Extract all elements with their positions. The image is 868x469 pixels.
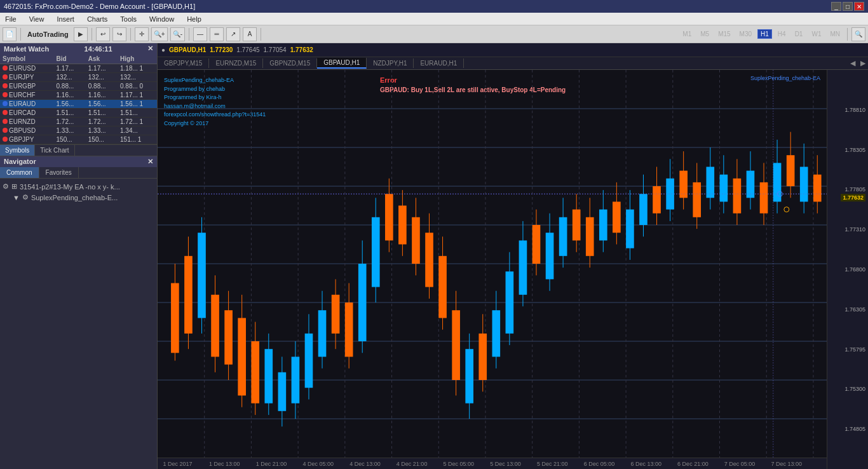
- tab-symbols[interactable]: Symbols: [0, 145, 35, 156]
- autotrading-icon[interactable]: ▶: [74, 27, 88, 41]
- market-row-gbpusd[interactable]: GBPUSD 1.33... 1.33... 1.34...: [0, 126, 157, 135]
- mw-symbol: EURCAD: [0, 109, 54, 118]
- gear-icon-1: ⚙: [3, 182, 9, 191]
- mw-symbol: GBPJPY: [0, 135, 54, 144]
- price-label-3: 1.77805: [844, 186, 865, 193]
- tab-common[interactable]: Common: [0, 167, 39, 178]
- search-btn[interactable]: 🔍: [851, 27, 865, 41]
- hline-btn[interactable]: ═: [210, 27, 224, 41]
- main-layout: Market Watch 14:46:11 ✕ Symbol Bid Ask H…: [0, 43, 868, 469]
- mw-ask: 1.56...: [86, 100, 118, 109]
- tb-btn-2[interactable]: ↪: [112, 27, 126, 41]
- time-label-7: 5 Dec 05:00: [444, 461, 475, 467]
- tf-mn[interactable]: MN: [827, 29, 843, 39]
- market-row-eurusd[interactable]: EURUSD 1.17... 1.17... 1.18... 1: [0, 64, 157, 73]
- zoom-out-btn[interactable]: 🔍-: [170, 27, 185, 41]
- menu-insert[interactable]: Insert: [54, 15, 77, 24]
- market-row-gbpjpy[interactable]: GBPJPY 150... 150... 151... 1: [0, 135, 157, 144]
- tab-tick-chart[interactable]: Tick Chart: [35, 145, 74, 156]
- new-chart-button[interactable]: 📄: [3, 27, 17, 41]
- mw-bid: 1.17...: [54, 64, 86, 73]
- text-btn[interactable]: A: [243, 27, 257, 41]
- sep3: [130, 28, 131, 41]
- sep1: [20, 28, 21, 41]
- chart-tab-prev[interactable]: ◀: [848, 59, 858, 67]
- market-row-eurnzd[interactable]: EURNZD 1.72... 1.72... 1.72... 1: [0, 118, 157, 126]
- window-title: 4672015: FxPro.com-Demo2 - Demo Account …: [4, 3, 195, 10]
- chart-canvas[interactable]: SuplexPending_chehab-EA Programmed by ch…: [158, 70, 868, 469]
- line-btn[interactable]: —: [193, 27, 207, 41]
- toolbar: 📄 AutoTrading ▶ ↩ ↪ ✛ 🔍+ 🔍- — ═ ↗ A M1 M…: [0, 25, 868, 43]
- mw-high: 1.17... 1: [118, 91, 157, 100]
- mw-bid: 1.72...: [54, 118, 86, 126]
- crosshair-btn[interactable]: ✛: [135, 27, 149, 41]
- chart-price2: 1.77632: [290, 46, 313, 53]
- mw-high: 1.18... 1: [118, 64, 157, 73]
- mw-high: 0.88... 0: [118, 82, 157, 91]
- mw-symbol: EURGBP: [0, 82, 54, 91]
- symbol-dot: [3, 74, 8, 79]
- mw-symbol: EURCHF: [0, 91, 54, 100]
- chart-tab-euraud-h1[interactable]: EURAUD,H1: [414, 58, 464, 68]
- navigator-close[interactable]: ✕: [147, 158, 153, 166]
- symbol-dot: [3, 65, 8, 71]
- menu-file[interactable]: File: [3, 15, 19, 24]
- mw-bid: 1.33...: [54, 126, 86, 135]
- tf-m5[interactable]: M5: [697, 29, 712, 39]
- market-row-euraud[interactable]: EURAUD 1.56... 1.56... 1.56... 1: [0, 100, 157, 109]
- nav-item-1[interactable]: ⚙ ⊞ 31541-p2#13-My EA -no x y- k...: [3, 181, 154, 192]
- nav-label-2: SuplexPending_chehab-E...: [31, 194, 118, 201]
- tf-h4[interactable]: H4: [775, 29, 789, 39]
- market-row-eurchf[interactable]: EURCHF 1.16... 1.16... 1.17... 1: [0, 91, 157, 100]
- tf-m30[interactable]: M30: [736, 29, 755, 39]
- mw-bid: 0.88...: [54, 82, 86, 91]
- minimize-button[interactable]: _: [831, 2, 841, 11]
- tab-favorites[interactable]: Favorites: [39, 167, 79, 178]
- chart-tab-gbpaud-h1[interactable]: GBPAUD,H1: [317, 58, 367, 69]
- market-watch-table: Symbol Bid Ask High EURUSD 1.17... 1.17.…: [0, 54, 157, 144]
- col-symbol: Symbol: [0, 54, 54, 64]
- title-bar: 4672015: FxPro.com-Demo2 - Demo Account …: [0, 0, 868, 13]
- navigator-content: ⚙ ⊞ 31541-p2#13-My EA -no x y- k... ▼ ⚙ …: [0, 179, 157, 205]
- price-label-6: 1.76305: [844, 306, 865, 313]
- mw-bid: 150...: [54, 135, 86, 144]
- menu-help[interactable]: Help: [184, 15, 204, 24]
- arrow-btn[interactable]: ↗: [226, 27, 240, 41]
- chart-ask: 1.77645: [236, 46, 259, 53]
- tf-m1[interactable]: M1: [679, 29, 695, 39]
- col-bid: Bid: [54, 54, 86, 64]
- chart-tab-gbpnzd-m15[interactable]: GBPNZD,M15: [263, 58, 317, 68]
- zoom-in-btn[interactable]: 🔍+: [151, 27, 168, 41]
- mw-ask: 132...: [86, 73, 118, 82]
- market-row-eurgbp[interactable]: EURGBP 0.88... 0.88... 0.88... 0: [0, 82, 157, 91]
- menu-tools[interactable]: Tools: [118, 15, 139, 24]
- time-label-2: 1 Dec 13:00: [209, 461, 240, 467]
- tf-w1[interactable]: W1: [808, 29, 824, 39]
- tf-m15[interactable]: M15: [715, 29, 733, 39]
- close-button[interactable]: ✕: [854, 2, 864, 11]
- chart-tab-next[interactable]: ▶: [858, 59, 868, 67]
- chart-tab-eurnzd-m15[interactable]: EURNZD,M15: [209, 58, 263, 68]
- tf-d1[interactable]: D1: [792, 29, 806, 39]
- tf-h1[interactable]: H1: [757, 29, 772, 39]
- tb-btn-1[interactable]: ↩: [96, 27, 110, 41]
- menu-window[interactable]: Window: [147, 15, 177, 24]
- price-label-2: 1.78305: [844, 147, 865, 153]
- candles-group-1: [171, 132, 822, 427]
- menu-view[interactable]: View: [27, 15, 47, 24]
- chart-tab-gbpjpy-m15[interactable]: GBPJPY,M15: [158, 58, 209, 68]
- maximize-button[interactable]: □: [843, 2, 853, 11]
- symbol-dot: [3, 101, 8, 106]
- market-row-eurjpy[interactable]: EURJPY 132... 132... 132...: [0, 73, 157, 82]
- mw-ask: 0.88...: [86, 82, 118, 91]
- navigator: Navigator ✕ Common Favorites ⚙ ⊞ 31541-p…: [0, 156, 157, 469]
- mw-bid: 132...: [54, 73, 86, 82]
- chart-tab-nzdjpy-h1[interactable]: NZDJPY,H1: [367, 58, 414, 68]
- menu-charts[interactable]: Charts: [85, 15, 110, 24]
- time-label-11: 6 Dec 13:00: [630, 461, 661, 467]
- market-row-eurcad[interactable]: EURCAD 1.51... 1.51... 1.51...: [0, 109, 157, 118]
- nav-item-2[interactable]: ▼ ⚙ SuplexPending_chehab-E...: [3, 192, 154, 203]
- time-label-5: 4 Dec 13:00: [349, 461, 381, 467]
- market-watch-close[interactable]: ✕: [147, 44, 153, 53]
- chart-bid: 1.77230: [210, 46, 233, 53]
